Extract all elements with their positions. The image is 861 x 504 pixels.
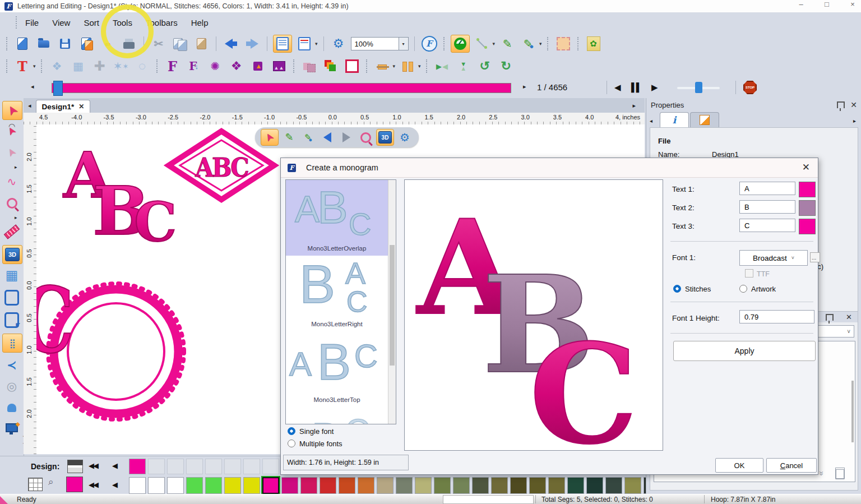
speed-gauge-button[interactable]: [451, 35, 470, 53]
thread-color-chip[interactable]: [548, 477, 565, 494]
palette-search-icon[interactable]: ⌕: [48, 477, 54, 488]
zoom-value[interactable]: 100%: [351, 37, 399, 50]
thread-color-chip[interactable]: [300, 477, 317, 494]
text3-color-swatch[interactable]: [799, 219, 816, 234]
measure-dropdown-caret[interactable]: ▾: [493, 41, 496, 47]
minimize-button[interactable]: –: [796, 0, 806, 8]
thread-color-chip[interactable]: [396, 477, 413, 494]
maximize-button[interactable]: □: [822, 0, 832, 8]
pin-icon[interactable]: [837, 101, 845, 108]
mini-undo-button[interactable]: [319, 130, 336, 145]
mini-edit-fill-icon[interactable]: ✎●: [300, 130, 317, 145]
align-center-icon[interactable]: [373, 58, 391, 75]
mini-settings-gear-icon[interactable]: ⚙: [396, 130, 413, 145]
print-button[interactable]: [120, 35, 138, 52]
cut-icon[interactable]: ✂: [150, 35, 168, 52]
zoom-dropdown-caret[interactable]: ▾: [399, 37, 409, 50]
thread-color-chip[interactable]: [167, 477, 184, 494]
style-item-right[interactable]: B A C Mono3LetterRight: [286, 256, 388, 331]
design-color-chip[interactable]: [224, 459, 241, 474]
design-color-chip[interactable]: [167, 459, 184, 474]
menu-help[interactable]: Help: [191, 18, 209, 27]
rewind-button[interactable]: ◀: [112, 461, 117, 470]
design-color-chip[interactable]: [186, 459, 203, 474]
tab-scroll-right-icon[interactable]: ▸: [632, 102, 636, 109]
scrub-left-arrow[interactable]: ◂: [31, 83, 34, 90]
mirror-horizontal-button[interactable]: ▶◀: [433, 58, 451, 75]
zoom-combobox[interactable]: 100% ▾: [351, 37, 409, 50]
select-tool[interactable]: ➤: [2, 101, 22, 120]
thread-color-chip[interactable]: [186, 477, 203, 494]
thread-color-chip[interactable]: [434, 477, 451, 494]
font1-combobox[interactable]: Broadcast˅: [739, 250, 808, 266]
artwork-radio[interactable]: Artwork: [739, 284, 776, 294]
lasso-select-tool[interactable]: ◠➤: [2, 122, 21, 140]
ruler-tool[interactable]: [2, 223, 21, 241]
multiple-fonts-radio[interactable]: Multiple fonts: [288, 438, 342, 448]
ok-button[interactable]: OK: [715, 458, 763, 473]
new-design-button[interactable]: [13, 35, 31, 52]
embroidery-library-icon[interactable]: ✿: [585, 35, 603, 52]
thread-color-chip[interactable]: [567, 477, 584, 494]
thread-color-chip[interactable]: [491, 477, 508, 494]
design-color-chip[interactable]: [243, 459, 260, 474]
screen-calibrate-button[interactable]: ◆: [2, 419, 21, 437]
measure-tool-button[interactable]: [473, 35, 491, 52]
hoop-send-button[interactable]: ◤: [2, 311, 21, 329]
font-browse-button[interactable]: ...: [810, 252, 820, 262]
selection-frame-icon[interactable]: [343, 58, 361, 75]
draw-pencil-icon[interactable]: ✎: [498, 35, 516, 52]
menu-file[interactable]: File: [25, 18, 39, 27]
play-backward-button[interactable]: ◀: [614, 82, 621, 93]
apply-button[interactable]: Apply: [673, 341, 816, 361]
menu-sort[interactable]: Sort: [84, 18, 99, 27]
thread-color-chip[interactable]: [339, 477, 355, 494]
stitch-progress-thumb[interactable]: [53, 81, 63, 96]
thread-color-chip[interactable]: [262, 477, 279, 494]
space-dropdown-caret[interactable]: ▾: [418, 63, 421, 69]
mirror-vertical-button[interactable]: ▼▲: [455, 58, 473, 75]
style-item-partial[interactable]: B C: [286, 407, 388, 424]
mini-pencil-icon[interactable]: ✎: [281, 130, 298, 145]
text1-input[interactable]: [739, 182, 795, 195]
scrub-right-arrow[interactable]: ▸: [523, 83, 526, 90]
font-manager-button[interactable]: F: [420, 35, 438, 52]
props-tab-right-icon[interactable]: ▸: [853, 118, 856, 124]
thread-color-chip[interactable]: [281, 477, 298, 494]
font-create-button[interactable]: F: [164, 58, 182, 75]
rewind-all-button[interactable]: ◀◀: [89, 461, 98, 470]
tab-close-icon[interactable]: ✕: [78, 103, 84, 110]
text-dropdown-caret[interactable]: ▾: [33, 63, 36, 69]
space-evenly-icon[interactable]: [399, 58, 416, 75]
stitch-progress-track[interactable]: [52, 83, 511, 93]
settings-gear-icon[interactable]: ⚙: [330, 35, 348, 52]
current-thread-color[interactable]: [66, 477, 83, 492]
single-font-radio[interactable]: Single font: [288, 426, 334, 436]
applique-frame-icon[interactable]: [554, 35, 572, 52]
design-color-chip[interactable]: [205, 459, 222, 474]
sequence-panel-toggle[interactable]: [295, 35, 313, 52]
thread-color-chip[interactable]: [605, 477, 622, 494]
thread-color-chip[interactable]: [358, 477, 374, 494]
diamond-motif-button[interactable]: ❖: [228, 58, 246, 75]
paste-icon[interactable]: [192, 35, 210, 52]
import-export-button[interactable]: [77, 35, 95, 52]
props-tab-left-icon[interactable]: ◂: [650, 118, 652, 124]
flyout-arrow-icon[interactable]: ▸: [15, 215, 17, 220]
subpanel-close-icon[interactable]: ✕: [846, 313, 852, 321]
dialog-title-bar[interactable]: F Create a monogram ✕: [281, 158, 818, 178]
text1-color-swatch[interactable]: [799, 182, 816, 197]
style-item-top[interactable]: A B C Mono3LetterTop: [286, 331, 388, 407]
stitches-radio[interactable]: Stitches: [673, 284, 711, 294]
copy-icon[interactable]: [171, 35, 189, 52]
thread-color-chip[interactable]: [129, 477, 146, 494]
document-tab[interactable]: Design1* ✕: [36, 100, 91, 113]
mini-zoom-icon[interactable]: [357, 130, 374, 145]
thread-color-chip[interactable]: [224, 477, 241, 494]
thread-color-chip[interactable]: [148, 477, 165, 494]
pause-button[interactable]: ▌▌: [631, 82, 641, 92]
text-tool-button[interactable]: T: [13, 58, 31, 75]
mini-select-tool[interactable]: ➤: [261, 129, 279, 146]
color-sort-icon[interactable]: [322, 58, 340, 75]
design-color-chip[interactable]: [262, 459, 279, 474]
